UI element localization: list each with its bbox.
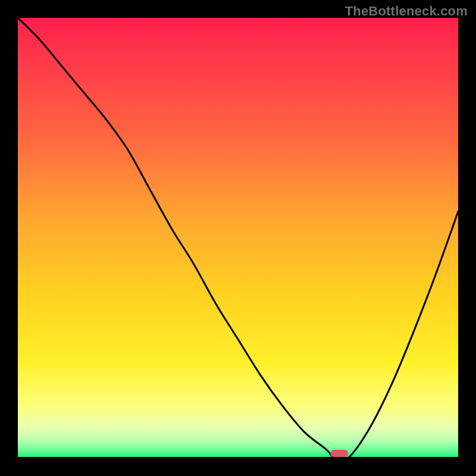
optimal-marker <box>330 450 348 457</box>
chart-frame: TheBottleneck.com <box>0 0 476 476</box>
chart-plot <box>18 18 458 458</box>
gradient-background <box>18 18 458 458</box>
watermark: TheBottleneck.com <box>345 4 468 19</box>
